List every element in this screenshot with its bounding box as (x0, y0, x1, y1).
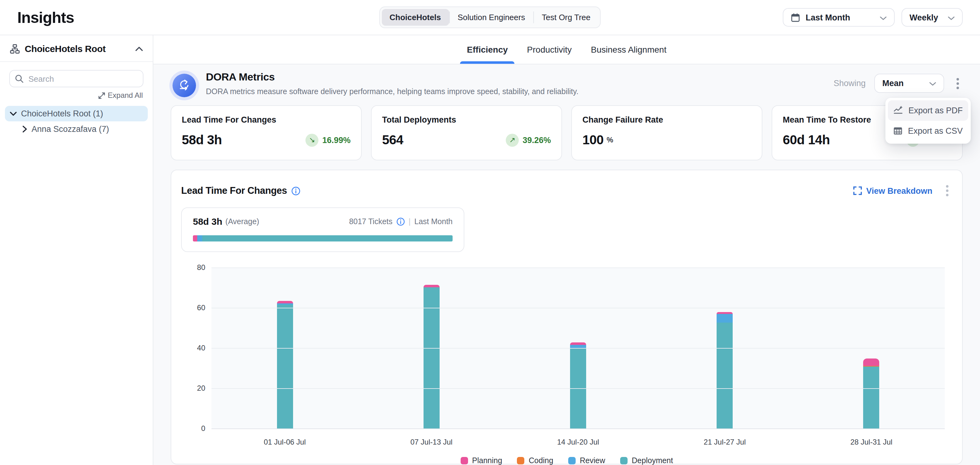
org-tab-choicehotels[interactable]: ChoiceHotels (382, 9, 449, 26)
gridline-20: 20 (212, 388, 945, 389)
trend-down-icon: ↘ (305, 133, 318, 147)
search-input[interactable] (9, 70, 143, 87)
bar-segment-planning (277, 301, 293, 304)
dora-subtitle: DORA metrics measure software delivery p… (206, 87, 578, 96)
chevron-down-icon (880, 13, 887, 22)
bar-01-jul-06-jul[interactable] (277, 268, 293, 429)
dora-kebab-menu-button[interactable] (953, 75, 963, 91)
bar-segment-deployment (864, 367, 880, 430)
bar-segment-deployment (717, 323, 733, 430)
chart-line-icon (893, 105, 903, 116)
insight-tabs: Efficiency Productivity Business Alignme… (153, 35, 980, 64)
insights-page: Insights ChoiceHotels Solution Engineers… (0, 0, 980, 465)
lead-time-chart-card: Lead Time For Changes View Breakdown (171, 169, 963, 464)
bar-segment-planning (570, 342, 586, 345)
view-breakdown-button[interactable]: View Breakdown (853, 186, 932, 195)
tickets-count: 8017 Tickets (349, 217, 392, 226)
metric-value: 60d 14h (783, 133, 830, 147)
expand-all-button[interactable]: Expand All (0, 91, 143, 100)
gridline-60: 60 (212, 308, 945, 308)
metric-value: 100 (582, 133, 603, 147)
org-switcher: ChoiceHotels Solution Engineers Test Org… (379, 6, 601, 28)
expand-all-icon (99, 92, 105, 99)
metric-value: 58d 3h (182, 133, 222, 147)
x-axis-label: 07 Jul-13 Jul (395, 438, 469, 446)
tab-business-alignment[interactable]: Business Alignment (590, 35, 667, 64)
chart-legend: PlanningCodingReviewDeployment (181, 456, 952, 465)
dora-metric-cards: Lead Time For Changes 58d 3h ↘ 16.99% To… (171, 105, 963, 160)
lead-time-summary-card: 58d 3h (Average) 8017 Tickets | Last Mon… (181, 208, 465, 252)
trend-up-icon: ↗ (506, 133, 519, 147)
export-csv-menu-item[interactable]: Export as CSV (888, 121, 968, 141)
export-pdf-menu-item[interactable]: Export as PDF (888, 100, 968, 121)
tree-item-choicehotels-root[interactable]: ChoiceHotels Root (1) (5, 106, 148, 121)
tab-efficiency[interactable]: Efficiency (466, 35, 509, 64)
chart-kebab-menu-button[interactable] (942, 183, 952, 199)
metric-value: 564 (382, 133, 403, 147)
dora-controls: Showing Mean Export as PDF (834, 74, 963, 93)
top-header: Insights ChoiceHotels Solution Engineers… (0, 0, 980, 35)
efficiency-content: DORA Metrics DORA metrics measure softwa… (153, 64, 980, 465)
bar-segment-review (717, 314, 733, 323)
legend-swatch (620, 457, 628, 464)
progress-segment-review (197, 235, 202, 241)
search-icon (15, 74, 24, 83)
table-icon (893, 126, 902, 136)
showing-label: Showing (834, 78, 865, 88)
x-axis-label: 14 Jul-20 Jul (541, 438, 615, 446)
phase-progress-bar (193, 235, 453, 241)
summary-period: Last Month (414, 217, 453, 226)
tree-item-anna-scozzafava[interactable]: Anna Scozzafava (7) (18, 121, 148, 137)
legend-item-planning[interactable]: Planning (460, 456, 502, 465)
sidebar-title: ChoiceHotels Root (25, 43, 106, 54)
metric-unit: % (606, 136, 613, 144)
expand-corners-icon (853, 186, 862, 195)
bar-segment-planning (864, 358, 880, 366)
dora-metrics-header: DORA Metrics DORA metrics measure softwa… (171, 71, 963, 97)
bar-28-jul-31-jul[interactable] (864, 268, 880, 429)
gridline-40: 40 (212, 348, 945, 348)
legend-item-coding[interactable]: Coding (517, 456, 553, 465)
trend-badge: ↘ 16.99% (305, 133, 351, 147)
chevron-right-icon[interactable] (22, 126, 27, 133)
bar-14-jul-20-jul[interactable] (570, 268, 586, 429)
bar-21-jul-27-jul[interactable] (717, 268, 733, 429)
lead-time-stacked-bar-chart: 020406080 01 Jul-06 Jul07 Jul-13 Jul14 J… (181, 268, 952, 465)
tab-productivity[interactable]: Productivity (526, 35, 573, 64)
info-icon[interactable] (396, 217, 405, 226)
chart-section-title: Lead Time For Changes (181, 185, 301, 196)
trend-badge: ↗ 39.26% (506, 133, 551, 147)
legend-swatch (517, 457, 524, 464)
summary-qualifier: (Average) (225, 217, 259, 226)
chevron-down-icon (929, 78, 936, 88)
gridline-0: 0 (212, 428, 945, 429)
sidebar-header: ChoiceHotels Root (0, 35, 153, 62)
legend-swatch (568, 457, 576, 464)
chart-x-axis-labels: 01 Jul-06 Jul07 Jul-13 Jul14 Jul-20 Jul2… (212, 438, 945, 446)
gridline-80: 80 (212, 267, 945, 268)
collapse-sidebar-section-icon[interactable] (135, 46, 143, 51)
bar-07-jul-13-jul[interactable] (423, 268, 440, 429)
date-range-select[interactable]: Last Month (783, 8, 895, 27)
aggregation-select[interactable]: Mean (874, 74, 944, 93)
calendar-icon (791, 13, 800, 22)
bar-segment-deployment (277, 305, 293, 429)
bar-segment-deployment (423, 287, 440, 429)
chevron-down-icon (948, 13, 955, 22)
org-tab-solution-engineers[interactable]: Solution Engineers (450, 9, 533, 26)
legend-item-deployment[interactable]: Deployment (620, 456, 673, 465)
x-axis-label: 28 Jul-31 Jul (834, 438, 908, 446)
x-axis-label: 21 Jul-27 Jul (687, 438, 762, 446)
org-hierarchy-icon (10, 44, 20, 54)
info-icon[interactable] (291, 186, 301, 195)
search-box (9, 70, 143, 87)
granularity-select[interactable]: Weekly (902, 8, 963, 27)
org-tab-test-org-tree[interactable]: Test Org Tree (534, 9, 598, 26)
chevron-down-icon[interactable] (10, 111, 17, 116)
progress-segment-planning (193, 235, 197, 241)
header-controls: Last Month Weekly (783, 8, 963, 27)
legend-item-review[interactable]: Review (568, 456, 605, 465)
card-lead-time-for-changes: Lead Time For Changes 58d 3h ↘ 16.99% (171, 105, 362, 160)
export-menu: Export as PDF Export as CSV (885, 98, 971, 144)
org-tree-sidebar: ChoiceHotels Root Expand All ChoiceHotel… (0, 35, 153, 465)
